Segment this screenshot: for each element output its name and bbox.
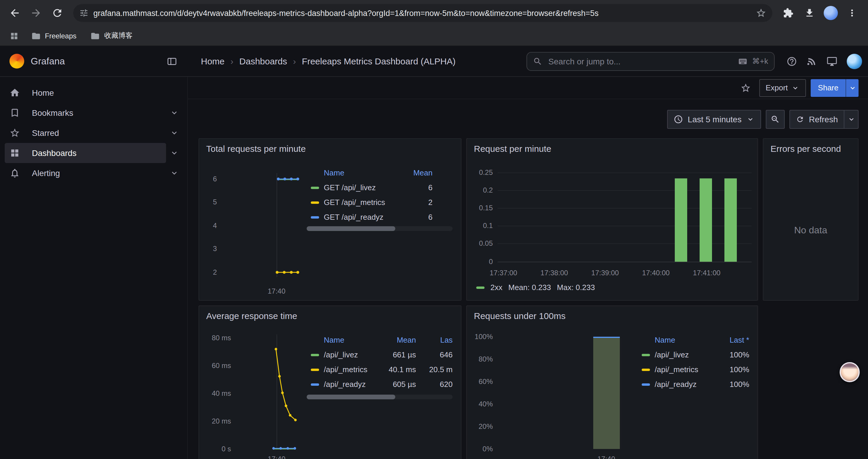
x-tick: 17:40 xyxy=(591,455,621,459)
browser-profile-avatar[interactable] xyxy=(824,6,838,20)
sidebar-item-starred[interactable]: Starred xyxy=(5,123,166,143)
bar-under-100ms[interactable] xyxy=(593,337,620,449)
browser-toolbar: grafana.mathmast.com/d/deytv4rwavabkb/fr… xyxy=(0,0,868,26)
series-max: Max: 0.233 xyxy=(557,283,595,292)
apps-grid-icon[interactable] xyxy=(6,28,23,44)
bar-2xx[interactable] xyxy=(675,178,687,262)
display-icon[interactable] xyxy=(823,52,841,70)
search-input[interactable] xyxy=(547,56,733,66)
panel-title[interactable]: Errors per second xyxy=(771,143,841,154)
series-name[interactable]: /api/_livez xyxy=(324,350,375,359)
sidebar-row: Alerting xyxy=(5,163,183,183)
legend-col-mean[interactable]: Mean xyxy=(375,335,416,344)
refresh-button-group: Refresh xyxy=(789,110,859,129)
series-name[interactable]: /api/_metrics xyxy=(655,365,708,374)
scrollbar-thumb[interactable] xyxy=(307,395,395,399)
sidebar-item-bookmarks[interactable]: Bookmarks xyxy=(5,103,166,123)
legend-col-name[interactable]: Name xyxy=(638,335,708,344)
series-name[interactable]: 2xx xyxy=(490,283,502,292)
series-last: 100% xyxy=(708,380,749,389)
site-settings-icon[interactable] xyxy=(79,8,89,18)
series-last: 100% xyxy=(708,350,749,359)
news-rss-icon[interactable] xyxy=(803,52,821,70)
series-name[interactable]: GET /api/_metrics xyxy=(324,198,411,207)
y-tick: 100% xyxy=(467,333,493,341)
sidebar-item-label: Home xyxy=(32,88,54,97)
dock-menu-icon[interactable] xyxy=(163,52,181,70)
sidebar-item-dashboards[interactable]: Dashboards xyxy=(5,143,166,163)
chevron-down-icon xyxy=(792,84,800,92)
favorite-star-icon[interactable] xyxy=(737,79,754,97)
sidebar-item-label: Starred xyxy=(32,128,59,138)
x-tick: 17:38:00 xyxy=(533,269,575,277)
browser-back-icon[interactable] xyxy=(5,3,25,23)
export-button[interactable]: Export xyxy=(759,79,806,97)
series-name[interactable]: /api/_readyz xyxy=(324,380,375,389)
bookmarks-expand-icon[interactable] xyxy=(166,104,183,121)
bookmark-star-icon[interactable] xyxy=(756,8,766,18)
legend-col-last[interactable]: Last * xyxy=(708,335,749,344)
legend-header: Name Last * xyxy=(638,332,749,347)
extensions-icon[interactable] xyxy=(778,3,798,23)
refresh-button[interactable]: Refresh xyxy=(790,110,844,128)
search-shortcut: ⌘+k xyxy=(752,57,768,66)
bookmark-folder-freeleaps[interactable]: Freeleaps xyxy=(26,28,82,43)
share-button-group: Share xyxy=(811,79,859,97)
no-data-message: No data xyxy=(764,160,858,300)
panel-title[interactable]: Requests under 100ms xyxy=(474,311,565,321)
downloads-icon[interactable] xyxy=(800,3,819,23)
address-bar[interactable]: grafana.mathmast.com/d/deytv4rwavabkb/fr… xyxy=(73,4,772,22)
time-range-picker[interactable]: Last 5 minutes xyxy=(667,110,761,129)
sidebar-item-home[interactable]: Home xyxy=(5,83,183,103)
gridline xyxy=(498,190,752,191)
legend-scrollbar[interactable] xyxy=(307,226,453,231)
legend-col-name[interactable]: Name xyxy=(307,168,411,177)
browser-menu-icon[interactable] xyxy=(842,3,862,23)
brand-title: Grafana xyxy=(31,56,65,66)
sidebar-item-alerting[interactable]: Alerting xyxy=(5,163,166,183)
gridline xyxy=(498,172,752,173)
legend-col-last[interactable]: Las xyxy=(416,335,453,344)
dashboard-main: Export Share Last 5 minutes xyxy=(188,77,868,459)
panel-errors-per-second: Errors per second No data xyxy=(763,138,859,301)
folder-icon xyxy=(91,31,100,40)
user-avatar[interactable] xyxy=(847,54,862,69)
dashboards-expand-icon[interactable] xyxy=(166,145,183,161)
legend-col-mean[interactable]: Mean xyxy=(411,168,453,177)
bookmark-folder-blog[interactable]: 收藏博客 xyxy=(85,28,138,43)
breadcrumb-home[interactable]: Home xyxy=(201,56,224,66)
grafana-logo[interactable] xyxy=(9,54,24,68)
series-name[interactable]: GET /api/_livez xyxy=(324,183,411,192)
browser-forward-icon[interactable] xyxy=(26,3,46,23)
breadcrumb-dashboards[interactable]: Dashboards xyxy=(239,56,287,66)
series-swatch xyxy=(311,201,319,203)
series-name[interactable]: GET /api/_readyz xyxy=(324,213,411,222)
bar-2xx[interactable] xyxy=(724,178,737,262)
help-icon[interactable] xyxy=(783,52,801,70)
bookmarks-bar: Freeleaps 收藏博客 xyxy=(0,26,868,46)
search-box[interactable]: ⌘+k xyxy=(526,52,775,71)
url-text[interactable]: grafana.mathmast.com/d/deytv4rwavabkb/fr… xyxy=(93,8,750,18)
x-tick: 17:40:00 xyxy=(635,269,677,277)
breadcrumb-separator: › xyxy=(230,56,234,66)
refresh-interval-icon[interactable] xyxy=(844,110,858,128)
series-name[interactable]: /api/_livez xyxy=(655,350,708,359)
series-last: 100% xyxy=(708,365,749,374)
floating-avatar[interactable] xyxy=(840,362,860,382)
series-name[interactable]: /api/_metrics xyxy=(324,365,375,374)
legend-table: Name Mean GET /api/_livez 6 GET /api/_me… xyxy=(307,165,453,225)
bookmark-folder-label: Freeleaps xyxy=(45,32,76,40)
starred-expand-icon[interactable] xyxy=(166,125,183,141)
series-last: 620 xyxy=(416,380,453,389)
series-name[interactable]: /api/_readyz xyxy=(655,380,708,389)
legend-scrollbar[interactable] xyxy=(307,395,453,399)
browser-reload-icon[interactable] xyxy=(47,3,67,23)
scrollbar-thumb[interactable] xyxy=(307,226,395,231)
alerting-expand-icon[interactable] xyxy=(166,165,183,182)
share-menu-icon[interactable] xyxy=(845,79,859,97)
zoom-out-icon[interactable] xyxy=(766,110,785,129)
legend-col-name[interactable]: Name xyxy=(307,335,375,344)
bar-2xx[interactable] xyxy=(700,178,712,262)
panel-title[interactable]: Request per minute xyxy=(474,143,551,154)
share-button[interactable]: Share xyxy=(811,79,845,97)
